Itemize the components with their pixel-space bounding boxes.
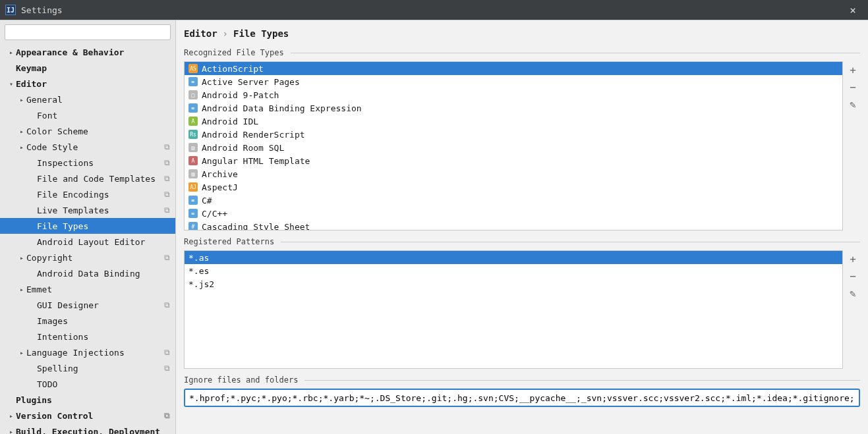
pattern-item[interactable]: *.es [185,264,842,277]
edit-pattern-button[interactable]: ✎ [846,286,860,300]
close-icon[interactable]: × [843,4,863,16]
tree-item[interactable]: File Encodings⧉ [0,186,175,202]
pattern-item[interactable]: *.as [185,251,842,264]
tree-item[interactable]: ▸General [0,92,175,107]
tree-item[interactable]: ▸Language Injections⧉ [0,344,175,360]
file-type-item[interactable]: ASActionScript [185,62,842,75]
tree-item[interactable]: File Types [0,218,175,234]
tree-item-label: Intentions [37,332,170,342]
tree-item-label: Font [37,111,170,121]
file-types-toolbar: + − ✎ [843,61,860,231]
file-type-item[interactable]: AAngular HTML Template [185,154,842,167]
scheme-icon: ⧉ [164,174,170,183]
file-type-item[interactable]: ≡C/C++ [185,207,842,220]
edit-button[interactable]: ✎ [846,97,860,111]
tree-item[interactable]: Intentions [0,329,175,344]
divider [291,53,860,53]
file-type-icon: Rs [188,130,198,139]
file-type-label: Android RenderScript [202,130,305,140]
app-icon: IJ [5,5,16,15]
tree-item[interactable]: Inspections⧉ [0,155,175,171]
file-type-item[interactable]: ≡Active Server Pages [185,75,842,88]
pattern-item[interactable]: *.js2 [185,277,842,290]
tree-item-label: Live Templates [37,205,164,215]
chevron-icon: ▸ [17,254,26,261]
add-pattern-button[interactable]: + [846,252,860,266]
remove-pattern-button[interactable]: − [846,269,860,283]
ignore-input[interactable] [184,389,860,407]
tree-item[interactable]: ▾Editor [0,76,175,92]
file-type-item[interactable]: ▤Android Room SQL [185,141,842,154]
tree-item-label: File and Code Templates [37,174,164,184]
tree-item[interactable]: File and Code Templates⧉ [0,171,175,186]
section-title-ignore: Ignore files and folders [184,375,298,385]
tree-item-label: Spelling [37,364,164,373]
tree-item-label: File Encodings [37,190,164,200]
breadcrumb: Editor › File Types [184,28,860,39]
file-type-icon: ▤ [188,143,198,152]
add-button[interactable]: + [846,63,860,77]
tree-item[interactable]: ▸Emmet [0,281,175,297]
tree-item-label: General [26,95,170,105]
file-type-item[interactable]: ≡C# [185,194,842,207]
patterns-list[interactable]: *.as*.es*.js2 [184,250,843,369]
chevron-icon: ▸ [7,428,16,435]
file-type-label: C/C++ [202,209,227,219]
tree-item-label: Android Layout Editor [37,237,170,247]
file-type-label: ActionScript [202,64,264,74]
divider [281,242,860,242]
file-types-list[interactable]: ASActionScript≡Active Server Pages□Andro… [184,61,843,231]
file-type-item[interactable]: RsAndroid RenderScript [185,128,842,141]
pattern-label: *.as [188,253,209,263]
file-type-label: C# [202,196,212,205]
tree-item[interactable]: ▸Color Scheme [0,123,175,139]
tree-item[interactable]: Android Layout Editor [0,234,175,250]
file-type-icon: # [188,222,198,231]
chevron-icon: ▾ [7,80,16,88]
file-type-label: Android Room SQL [202,143,284,153]
file-type-label: Archive [202,169,238,179]
tree-item[interactable]: ▸Appearance & Behavior [0,44,175,60]
sidebar: 🔍 ▸Appearance & BehaviorKeymap▾Editor▸Ge… [0,20,176,434]
tree-item-label: Color Scheme [26,126,170,136]
tree-item-label: Android Data Binding [37,269,170,279]
file-type-item[interactable]: ≡Android Data Binding Expression [185,101,842,115]
file-type-label: Angular HTML Template [202,156,310,166]
tree-item[interactable]: Plugins [0,392,175,408]
tree-item-label: Copyright [26,253,164,263]
tree-item[interactable]: ▸Copyright⧉ [0,250,175,265]
tree-item[interactable]: Android Data Binding [0,265,175,281]
tree-item[interactable]: TODO [0,376,175,392]
file-type-item[interactable]: AJAspectJ [185,180,842,194]
tree-item-label: Plugins [16,395,170,405]
file-type-item[interactable]: AAndroid IDL [185,115,842,128]
tree-item[interactable]: Font [0,107,175,123]
scheme-icon: ⧉ [164,190,170,199]
tree-item[interactable]: Images [0,313,175,329]
file-type-item[interactable]: ▥Archive [185,167,842,180]
chevron-icon: ▸ [17,144,26,151]
tree-item-label: Inspections [37,158,164,168]
tree-item[interactable]: ▸Build, Execution, Deployment [0,423,175,434]
chevron-icon: ▸ [17,286,26,293]
section-title-registered: Registered Patterns [184,237,274,246]
tree-item[interactable]: ▸Code Style⧉ [0,139,175,155]
tree-item[interactable]: GUI Designer⧉ [0,297,175,313]
file-type-item[interactable]: #Cascading Style Sheet [185,220,842,231]
file-type-item[interactable]: □Android 9-Patch [185,88,842,101]
search-input[interactable] [5,24,171,40]
file-type-label: Cascading Style Sheet [202,222,310,231]
tree-item[interactable]: ▸Version Control⧉ [0,408,175,423]
chevron-icon: ▸ [17,349,26,356]
tree-item[interactable]: Keymap [0,60,175,76]
file-type-label: AspectJ [202,182,238,192]
scheme-icon: ⧉ [164,205,170,215]
remove-button[interactable]: − [846,80,860,94]
tree-item[interactable]: Spelling⧉ [0,360,175,376]
tree-item[interactable]: Live Templates⧉ [0,202,175,218]
main-panel: Editor › File Types Recognized File Type… [176,20,868,434]
file-type-icon: A [188,117,198,126]
tree-item-label: GUI Designer [37,300,164,310]
pattern-label: *.js2 [188,279,214,289]
file-type-label: Android 9-Patch [202,90,279,100]
